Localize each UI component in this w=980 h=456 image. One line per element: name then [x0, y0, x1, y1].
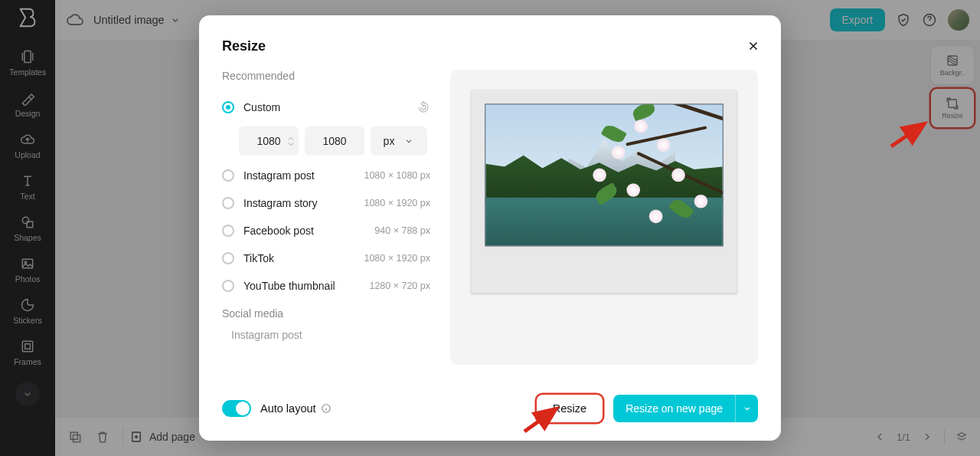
option-dim: 1080 × 1920 px: [364, 198, 430, 208]
reset-icon[interactable]: [416, 100, 430, 114]
width-input[interactable]: 1080: [239, 126, 299, 156]
option-label: Instagram post: [243, 169, 315, 182]
option-label: Custom: [243, 101, 280, 113]
resize-modal: Resize Recommended Custom 1080: [199, 15, 781, 441]
option-dim: 1080 × 1080 px: [364, 170, 430, 181]
option-dim: 1280 × 720 px: [369, 280, 430, 291]
option-tiktok[interactable]: TikTok 1080 × 1920 px: [222, 244, 430, 272]
spinner-icon[interactable]: [288, 136, 294, 146]
option-facebook-post[interactable]: Facebook post 940 × 788 px: [222, 217, 430, 244]
radio[interactable]: [222, 197, 234, 209]
preview-pane: [450, 70, 758, 365]
option-label: YouTube thumbnail: [243, 280, 335, 292]
option-label: Instagram story: [243, 197, 317, 209]
auto-layout-label: Auto layout: [260, 402, 332, 415]
option-dim: 940 × 788 px: [374, 225, 430, 236]
resize-button[interactable]: Resize: [537, 395, 603, 422]
radio[interactable]: [222, 252, 234, 264]
chevron-down-icon: [403, 136, 414, 146]
height-input[interactable]: 1080: [305, 126, 364, 156]
modal-title: Resize: [222, 38, 758, 54]
option-instagram-story[interactable]: Instagram story 1080 × 1920 px: [222, 189, 430, 217]
split-main[interactable]: Resize on new page: [613, 395, 735, 422]
option-instagram-post[interactable]: Instagram post 1080 × 1080 px: [222, 162, 430, 189]
option-label: TikTok: [243, 252, 274, 264]
option-custom[interactable]: Custom: [222, 93, 430, 122]
split-dropdown[interactable]: [735, 395, 758, 422]
auto-layout-toggle[interactable]: [222, 400, 251, 417]
social-label: Social media: [222, 307, 430, 320]
option-youtube-thumbnail[interactable]: YouTube thumbnail 1280 × 720 px: [222, 272, 430, 300]
close-icon: [746, 39, 760, 53]
option-dim: 1080 × 1920 px: [364, 253, 430, 264]
recommended-label: Recommended: [222, 70, 430, 82]
close-button[interactable]: [743, 35, 764, 57]
chevron-down-icon: [742, 403, 753, 414]
radio[interactable]: [222, 169, 234, 182]
resize-new-page-button[interactable]: Resize on new page: [613, 395, 758, 422]
radio[interactable]: [222, 225, 234, 237]
unit-select[interactable]: px: [371, 126, 427, 156]
preview-image: [472, 90, 737, 294]
social-item[interactable]: Instagram post: [222, 326, 430, 344]
info-icon[interactable]: [321, 403, 332, 414]
radio[interactable]: [222, 280, 234, 292]
radio-selected[interactable]: [222, 101, 234, 113]
option-label: Facebook post: [243, 225, 314, 237]
